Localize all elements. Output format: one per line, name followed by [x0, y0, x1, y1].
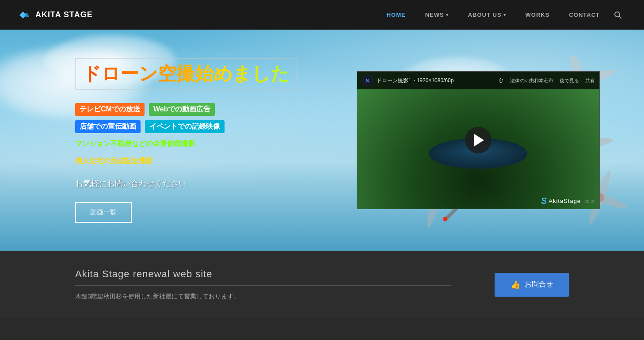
video-play-button[interactable] — [465, 127, 492, 153]
feature-tag-house: 個人住宅の完成記念撮影 — [75, 155, 153, 168]
logo-icon — [18, 10, 32, 20]
nav-news[interactable]: NEWS ▾ — [415, 0, 458, 30]
video-list-button[interactable]: 動画一覧 — [75, 202, 132, 223]
svg-line-3 — [619, 16, 621, 18]
contact-btn-label: お問合せ — [525, 280, 553, 289]
hero-section: ドローン空撮始めました テレビCMでの放送 Webでの動画広告 店舗での宣伝動画… — [0, 30, 644, 251]
about-chevron-icon: ▾ — [503, 12, 506, 17]
video-watermark: S AkitaStage .co.jp — [536, 193, 599, 209]
video-title: ドローン撮影1・1920×1080/60p — [377, 77, 495, 84]
thumbs-up-icon: 👍 — [511, 280, 520, 290]
logo-text: AKITA STAGE — [35, 10, 93, 19]
nav-contact[interactable]: CONTACT — [559, 0, 610, 30]
feature-tag-tv: テレビCMでの放送 — [75, 103, 145, 116]
news-chevron-icon: ▾ — [446, 12, 449, 17]
nav-about[interactable]: ABOUT US ▾ — [458, 0, 516, 30]
hero-features: テレビCMでの放送 Webでの動画広告 店舗での宣伝動画 イベントでの記録映像 … — [75, 103, 357, 168]
play-icon — [474, 134, 484, 146]
hero-subtitle: お気軽にお問い合わせください — [75, 178, 357, 189]
nav-menu: HOME NEWS ▾ ABOUT US ▾ WORKS CONTACT — [377, 0, 626, 30]
watch-later-button[interactable]: 後で見る — [560, 77, 579, 84]
video-actions: ⏱ 法体の○ 由利本荘市 後で見る 共有 — [498, 77, 595, 84]
contact-button[interactable]: 👍 お問合せ — [495, 273, 569, 297]
hero-title: ドローン空撮始めました — [75, 58, 297, 90]
video-container: S ドローン撮影1・1920×1080/60p ⏱ 法体の○ 由利本荘市 後で見… — [357, 71, 600, 209]
watermark-text: AkitaStage — [549, 198, 581, 204]
info-section: Akita Stage renewal web site 木造3階建秋田杉を使用… — [0, 251, 644, 318]
feature-row-2: 店舗での宣伝動画 イベントでの記録映像 — [75, 120, 357, 133]
navbar: AKITA STAGE HOME NEWS ▾ ABOUT US ▾ WORKS… — [0, 0, 644, 30]
feature-tag-store: 店舗での宣伝動画 — [75, 120, 141, 133]
video-topbar: S ドローン撮影1・1920×1080/60p ⏱ 法体の○ 由利本荘市 後で見… — [357, 72, 599, 89]
feature-row-1: テレビCMでの放送 Webでの動画広告 — [75, 103, 357, 116]
hero-content: ドローン空撮始めました テレビCMでの放送 Webでの動画広告 店舗での宣伝動画… — [0, 58, 357, 223]
feature-row-4: 個人住宅の完成記念撮影 — [75, 155, 357, 168]
share-button[interactable]: 共有 — [585, 77, 595, 84]
watermark-domain: .co.jp — [583, 199, 594, 203]
svg-point-25 — [443, 217, 447, 221]
video-channel-icon: S — [362, 75, 373, 86]
video-law-label: 法体の○ 由利本荘市 — [510, 77, 553, 84]
info-title: Akita Stage renewal web site — [75, 268, 495, 280]
nav-works[interactable]: WORKS — [516, 0, 560, 30]
search-icon — [614, 11, 622, 19]
feature-row-3: マンション不動産などの全景俯瞰撮影 — [75, 138, 357, 150]
watermark-s-icon: S — [541, 196, 547, 206]
search-button[interactable] — [610, 0, 626, 30]
video-inner: S ドローン撮影1・1920×1080/60p ⏱ 法体の○ 由利本荘市 後で見… — [357, 72, 599, 208]
logo[interactable]: AKITA STAGE — [18, 10, 93, 20]
feature-tag-web: Webでの動画広告 — [149, 103, 215, 116]
feature-tag-mansion: マンション不動産などの全景俯瞰撮影 — [75, 138, 195, 150]
info-body: 木造3階建秋田杉を使用した新社屋にて営業しております。 — [75, 293, 495, 301]
nav-home[interactable]: HOME — [377, 0, 415, 30]
info-divider — [75, 285, 451, 286]
video-clock-icon: ⏱ — [498, 77, 504, 84]
info-text-block: Akita Stage renewal web site 木造3階建秋田杉を使用… — [75, 268, 495, 301]
video-wrapper: S ドローン撮影1・1920×1080/60p ⏱ 法体の○ 由利本荘市 後で見… — [357, 71, 600, 209]
feature-tag-event: イベントでの記録映像 — [145, 120, 225, 133]
